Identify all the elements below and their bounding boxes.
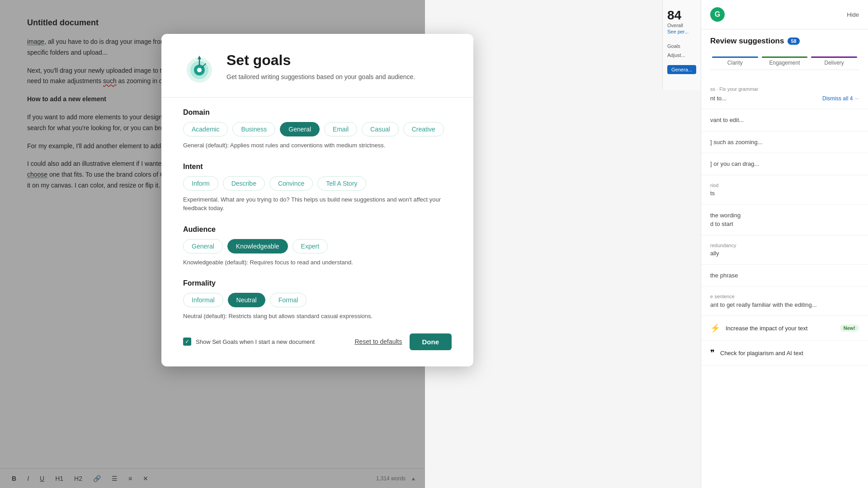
suggestion-tag-1: ss · Fix your grammar	[710, 85, 859, 93]
suggestion-sentence: e sentence ant to get really familiar wi…	[701, 286, 868, 316]
show-goals-checkbox-row[interactable]: ✓ Show Set Goals when I start a new docu…	[183, 338, 315, 346]
review-title: Review suggestions 58	[710, 37, 859, 46]
suggestion-text-wording: the wording	[710, 211, 859, 220]
tab-clarity[interactable]: Clarity	[710, 53, 760, 70]
suggestion-text-4: ] or you can drag...	[710, 160, 859, 169]
suggestion-text-1: nt to...	[710, 94, 726, 103]
review-title-text: Review suggestions	[710, 37, 784, 46]
modal-footer: ✓ Show Set Goals when I start a new docu…	[183, 333, 452, 350]
sidebar-header: G Hide	[701, 0, 868, 29]
suggestion-text-3: ] such as zooming...	[710, 138, 859, 147]
domain-options: Academic Business General Email Casual C…	[183, 122, 452, 136]
genera-right-button[interactable]: Genera...	[667, 65, 696, 74]
boost-plagiarism-label: Check for plagiarism and AI text	[720, 350, 803, 357]
score-number: 84	[667, 8, 696, 23]
suggestion-row: nt to... Dismiss all 4 ···	[710, 94, 859, 103]
suggestion-tag-sentence: e sentence	[710, 293, 859, 300]
intent-describe[interactable]: Describe	[223, 176, 265, 191]
set-goals-modal: Set goals Get tailored writing suggestio…	[161, 34, 473, 366]
more-options-button[interactable]: ···	[854, 95, 859, 102]
reset-defaults-button[interactable]: Reset to defaults	[354, 338, 402, 345]
audience-expert[interactable]: Expert	[292, 239, 328, 253]
grammarly-logo: G	[710, 7, 725, 22]
suggestion-period: riod ts	[701, 175, 868, 205]
audience-label: Audience	[183, 225, 452, 234]
modal-footer-actions: Reset to defaults Done	[354, 333, 452, 350]
domain-creative[interactable]: Creative	[403, 122, 444, 136]
goals-right-button[interactable]: Goals	[667, 43, 696, 49]
formality-neutral[interactable]: Neutral	[228, 293, 265, 307]
suggestion-wording: the wording d to start	[701, 205, 868, 235]
audience-general[interactable]: General	[183, 239, 223, 253]
domain-casual[interactable]: Casual	[362, 122, 399, 136]
domain-description: General (default): Applies most rules an…	[183, 141, 452, 150]
dismiss-all-button[interactable]: Dismiss all 4	[822, 95, 853, 102]
modal-title: Set goals	[226, 52, 415, 69]
suggestion-text-period: ts	[710, 189, 859, 198]
clarity-bar	[712, 56, 758, 58]
svg-marker-5	[198, 56, 201, 59]
modal-divider	[161, 97, 473, 98]
suggestion-actions: Dismiss all 4 ···	[822, 94, 859, 103]
quote-icon: ❞	[710, 348, 715, 358]
suggestion-text-start: d to start	[710, 220, 859, 229]
show-goals-checkbox[interactable]: ✓	[183, 338, 191, 346]
overall-score-panel: 84 Overall See per... Goals Adjust... Ge…	[662, 0, 701, 90]
suggestion-text-sentence: ant to get really familiar with the edit…	[710, 300, 859, 310]
suggestion-tag-period: riod	[710, 182, 859, 189]
intent-tell-a-story[interactable]: Tell A Story	[317, 176, 366, 191]
modal-subtitle: Get tailored writing suggestions based o…	[226, 72, 415, 82]
audience-section: Audience General Knowledgeable Expert Kn…	[183, 225, 452, 267]
done-button[interactable]: Done	[410, 333, 452, 350]
suggestion-phrase: the phrase	[701, 265, 868, 287]
engagement-bar	[762, 56, 808, 58]
boost-impact[interactable]: ⚡ Increase the impact of your text New!	[701, 316, 868, 341]
domain-business[interactable]: Business	[232, 122, 275, 136]
formality-informal[interactable]: Informal	[183, 293, 223, 307]
domain-email[interactable]: Email	[324, 122, 357, 136]
overall-label: Overall	[667, 23, 696, 28]
suggestions-badge: 58	[788, 38, 799, 45]
suggestion-text-redundancy: ally	[710, 249, 859, 258]
formality-options: Informal Neutral Formal	[183, 293, 452, 307]
target-icon	[183, 52, 216, 84]
lightning-icon: ⚡	[710, 323, 720, 333]
suggestion-drag: ] or you can drag...	[701, 153, 868, 175]
suggestion-redundancy: redundancy ally	[701, 235, 868, 265]
tab-engagement[interactable]: Engagement	[760, 53, 810, 70]
see-per-label: See per...	[667, 29, 696, 34]
svg-point-3	[197, 68, 202, 72]
review-section: Review suggestions 58 Clarity Engagement…	[701, 29, 868, 79]
checkmark-icon: ✓	[185, 338, 189, 345]
suggestion-edit: vant to edit...	[701, 109, 868, 131]
modal-title-block: Set goals Get tailored writing suggestio…	[226, 52, 415, 82]
tab-delivery[interactable]: Delivery	[809, 53, 859, 70]
intent-options: Inform Describe Convince Tell A Story	[183, 176, 452, 191]
domain-academic[interactable]: Academic	[183, 122, 228, 136]
boost-impact-label: Increase the impact of your text	[726, 325, 807, 332]
intent-inform[interactable]: Inform	[183, 176, 218, 191]
adjust-right-button[interactable]: Adjust...	[667, 52, 696, 58]
suggestion-text-2: vant to edit...	[710, 116, 859, 125]
domain-label: Domain	[183, 108, 452, 117]
formality-label: Formality	[183, 279, 452, 287]
tab-clarity-label: Clarity	[727, 60, 743, 66]
intent-label: Intent	[183, 163, 452, 171]
suggestion-tag-redundancy: redundancy	[710, 242, 859, 249]
audience-options: General Knowledgeable Expert	[183, 239, 452, 253]
intent-convince[interactable]: Convince	[269, 176, 313, 191]
domain-section: Domain Academic Business General Email C…	[183, 108, 452, 150]
intent-section: Intent Inform Describe Convince Tell A S…	[183, 163, 452, 213]
logo-letter: G	[715, 10, 720, 19]
boost-plagiarism[interactable]: ❞ Check for plagiarism and AI text	[701, 341, 868, 366]
tab-delivery-label: Delivery	[825, 60, 844, 66]
hide-button[interactable]: Hide	[847, 11, 859, 18]
audience-knowledgeable[interactable]: Knowledgeable	[227, 239, 288, 253]
formality-formal[interactable]: Formal	[270, 293, 307, 307]
tab-engagement-label: Engagement	[769, 60, 800, 66]
intent-description: Experimental. What are you trying to do?…	[183, 195, 452, 213]
modal-header: Set goals Get tailored writing suggestio…	[183, 52, 452, 84]
grammarly-sidebar: G Hide Review suggestions 58 Clarity Eng…	[701, 0, 868, 488]
domain-general[interactable]: General	[280, 122, 320, 136]
formality-section: Formality Informal Neutral Formal Neutra…	[183, 279, 452, 321]
